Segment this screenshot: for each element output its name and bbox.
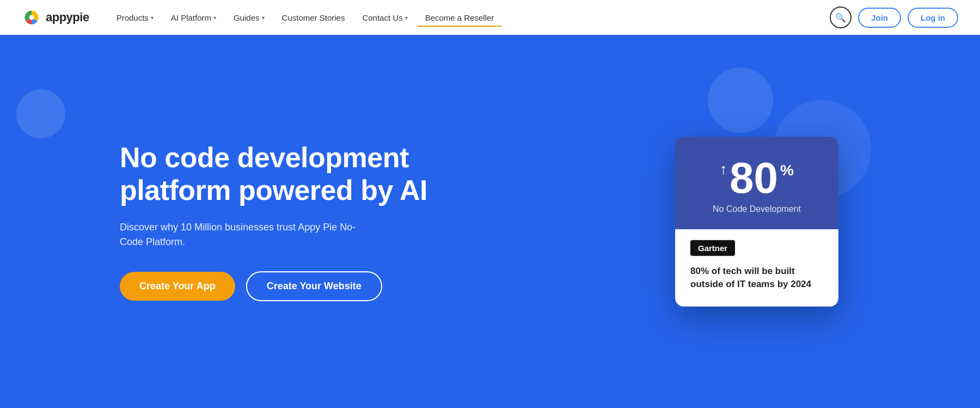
stats-arrow-icon: ↑ xyxy=(720,160,727,178)
stats-card-bottom: Gartner 80% of tech will be built outsid… xyxy=(675,229,838,306)
nav-guides[interactable]: Guides ▾ xyxy=(226,9,272,27)
logo-text: appypie xyxy=(46,10,89,25)
logo-icon xyxy=(22,8,41,27)
stats-number-row: ↑ 80 % xyxy=(693,156,821,199)
hero-title: No code development platform powered by … xyxy=(120,142,446,207)
nav-ai-platform[interactable]: AI Platform ▾ xyxy=(163,9,224,27)
join-button[interactable]: Join xyxy=(858,8,901,28)
nav-customer-stories[interactable]: Customer Stories xyxy=(274,9,353,27)
chevron-down-icon: ▾ xyxy=(213,15,216,21)
decorative-circle-right-top xyxy=(708,68,773,133)
nav-right: 🔍 Join Log in xyxy=(830,7,958,28)
login-button[interactable]: Log in xyxy=(908,8,958,28)
decorative-circle-left xyxy=(16,89,65,138)
hero-buttons: Create Your App Create Your Website xyxy=(120,271,446,301)
chevron-down-icon: ▾ xyxy=(405,15,408,21)
search-button[interactable]: 🔍 xyxy=(830,7,852,28)
stats-top-label: No Code Development xyxy=(693,204,821,214)
hero-subtitle: Discover why 10 Million businesses trust… xyxy=(120,220,370,249)
create-app-button[interactable]: Create Your App xyxy=(120,272,235,301)
stats-number: 80 xyxy=(730,156,778,199)
chevron-down-icon: ▾ xyxy=(151,15,154,21)
logo-link[interactable]: appypie xyxy=(22,8,89,27)
gartner-badge: Gartner xyxy=(690,240,735,255)
nav-become-reseller[interactable]: Become a Reseller xyxy=(418,9,502,27)
hero-section: No code development platform powered by … xyxy=(0,35,980,408)
nav-contact-us[interactable]: Contact Us ▾ xyxy=(354,9,415,27)
nav-links: Products ▾ AI Platform ▾ Guides ▾ Custom… xyxy=(109,9,830,27)
stats-percent: % xyxy=(780,161,794,179)
stats-quote: 80% of tech will be built outside of IT … xyxy=(690,264,823,291)
search-icon: 🔍 xyxy=(835,13,846,23)
navbar: appypie Products ▾ AI Platform ▾ Guides … xyxy=(0,0,980,35)
hero-content: No code development platform powered by … xyxy=(0,142,446,301)
stats-card-top: ↑ 80 % No Code Development xyxy=(675,136,838,229)
create-website-button[interactable]: Create Your Website xyxy=(246,271,382,301)
nav-products[interactable]: Products ▾ xyxy=(109,9,161,27)
chevron-down-icon: ▾ xyxy=(262,15,265,21)
svg-point-1 xyxy=(29,15,34,20)
stats-card: ↑ 80 % No Code Development Gartner 80% o… xyxy=(675,136,838,306)
